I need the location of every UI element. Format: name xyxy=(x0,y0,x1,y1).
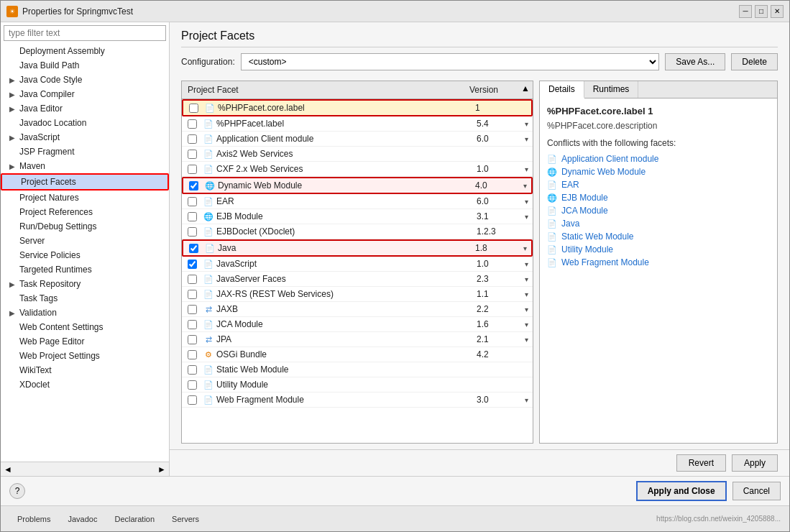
filter-input[interactable] xyxy=(4,25,166,41)
scroll-up-btn[interactable]: ▲ xyxy=(521,83,533,96)
facet-checkbox[interactable] xyxy=(189,104,198,113)
sidebar-item-validation[interactable]: ▶ Validation xyxy=(1,306,169,320)
sidebar-label: Task Tags xyxy=(19,293,58,303)
facet-checkbox[interactable] xyxy=(188,165,197,174)
facet-checkbox[interactable] xyxy=(188,320,197,329)
sidebar-item-jsp-fragment[interactable]: JSP Fragment xyxy=(1,145,169,159)
facet-checkbox-wrapper xyxy=(183,104,203,113)
sidebar-item-web-page-editor[interactable]: Web Page Editor xyxy=(1,334,169,349)
tab-details[interactable]: Details xyxy=(540,81,584,98)
facets-body[interactable]: 📄 %PHPFacet.core.label 1 📄 %PHPFacet.lab xyxy=(182,99,533,443)
facet-dropdown[interactable]: ▾ xyxy=(520,306,533,313)
facet-checkbox[interactable] xyxy=(189,181,198,191)
facet-checkbox[interactable] xyxy=(188,380,197,390)
sidebar-item-task-repository[interactable]: ▶ Task Repository xyxy=(1,277,169,291)
facet-dropdown[interactable]: ▾ xyxy=(520,290,533,298)
facet-dropdown[interactable]: ▾ xyxy=(518,244,531,252)
facet-checkbox[interactable] xyxy=(188,350,197,359)
sidebar-item-xdoclet[interactable]: XDoclet xyxy=(1,377,169,392)
facet-checkbox[interactable] xyxy=(188,150,197,159)
facet-name: JavaScript xyxy=(215,259,477,269)
table-row: ⇄ JPA 2.1 ▾ xyxy=(182,332,533,347)
facet-checkbox[interactable] xyxy=(188,197,197,206)
facet-dropdown[interactable]: ▾ xyxy=(520,260,533,268)
facet-checkbox[interactable] xyxy=(188,305,197,314)
sidebar-item-project-facets[interactable]: Project Facets xyxy=(1,173,169,191)
facet-checkbox[interactable] xyxy=(188,365,197,375)
facet-checkbox[interactable] xyxy=(188,260,197,269)
facet-checkbox[interactable] xyxy=(188,335,197,344)
doc-icon: 📄 xyxy=(202,196,215,207)
facet-dropdown[interactable]: ▾ xyxy=(520,213,533,221)
facet-dropdown[interactable]: ▾ xyxy=(520,321,533,329)
delete-button[interactable]: Delete xyxy=(731,53,778,70)
sidebar-item-deployment-assembly[interactable]: Deployment Assembly xyxy=(1,44,169,58)
sidebar-item-java-compiler[interactable]: ▶ Java Compiler xyxy=(1,87,169,101)
config-select[interactable]: <custom> xyxy=(241,53,660,70)
sidebar-item-web-project-settings[interactable]: Web Project Settings xyxy=(1,349,169,363)
facet-checkbox[interactable] xyxy=(188,134,197,144)
sidebar-item-java-build-path[interactable]: Java Build Path xyxy=(1,58,169,73)
sidebar-scroll-left[interactable]: ◄ xyxy=(4,464,12,474)
sidebar-item-java-editor[interactable]: ▶ Java Editor xyxy=(1,101,169,116)
sidebar-label: Project References xyxy=(19,207,93,217)
web-icon: 🌐 xyxy=(547,168,557,177)
table-row: 📄 JavaServer Faces 2.3 ▾ xyxy=(182,272,533,287)
table-row: 📄 JavaScript 1.0 ▾ xyxy=(182,257,533,272)
tab-runtimes[interactable]: Runtimes xyxy=(584,81,639,98)
facet-checkbox[interactable] xyxy=(188,395,197,405)
facet-dropdown[interactable]: ▾ xyxy=(520,165,533,173)
footer-tab-problems[interactable]: Problems xyxy=(9,512,58,526)
sidebar-item-task-tags[interactable]: Task Tags xyxy=(1,291,169,306)
sidebar-item-server[interactable]: Server xyxy=(1,234,169,248)
facet-dropdown[interactable]: ▾ xyxy=(520,120,533,128)
facet-checkbox[interactable] xyxy=(189,244,198,253)
sidebar-item-run-debug-settings[interactable]: Run/Debug Settings xyxy=(1,219,169,234)
save-as-button[interactable]: Save As... xyxy=(665,53,725,70)
facet-dropdown[interactable]: ▾ xyxy=(520,135,533,143)
facet-checkbox[interactable] xyxy=(188,227,197,237)
sidebar-item-project-natures[interactable]: Project Natures xyxy=(1,191,169,205)
sidebar-item-javascript[interactable]: ▶ JavaScript xyxy=(1,130,169,145)
sidebar-label: Task Repository xyxy=(19,279,81,289)
footer-tab-declaration[interactable]: Declaration xyxy=(106,512,162,526)
sidebar-label: WikiText xyxy=(19,365,52,375)
facet-checkbox[interactable] xyxy=(188,119,197,129)
apply-button[interactable]: Apply xyxy=(732,454,778,472)
sidebar-item-project-references[interactable]: Project References xyxy=(1,205,169,219)
facet-dropdown[interactable]: ▾ xyxy=(520,396,533,404)
sidebar-item-java-code-style[interactable]: ▶ Java Code Style xyxy=(1,73,169,87)
sidebar-item-web-content-settings[interactable]: Web Content Settings xyxy=(1,320,169,334)
facet-dropdown[interactable]: ▾ xyxy=(520,198,533,206)
action-row: Revert Apply xyxy=(170,449,789,476)
sidebar-scroll-right[interactable]: ► xyxy=(157,464,166,474)
sidebar-item-maven[interactable]: ▶ Maven xyxy=(1,159,169,173)
sidebar-item-service-policies[interactable]: Service Policies xyxy=(1,248,169,262)
conflict-item: 📄 Utility Module xyxy=(547,243,770,256)
close-button[interactable]: ✕ xyxy=(771,5,784,18)
table-row: 📄 Axis2 Web Services xyxy=(182,147,533,162)
facet-checkbox[interactable] xyxy=(188,290,197,299)
facet-dropdown[interactable]: ▾ xyxy=(520,275,533,283)
help-button[interactable]: ? xyxy=(9,483,25,499)
minimize-button[interactable]: ─ xyxy=(739,5,752,18)
facet-checkbox-wrapper xyxy=(182,197,202,206)
facet-checkbox[interactable] xyxy=(188,212,197,221)
revert-button[interactable]: Revert xyxy=(676,454,726,472)
cancel-button[interactable]: Cancel xyxy=(732,482,781,500)
sidebar-item-wikitext[interactable]: WikiText xyxy=(1,363,169,377)
facet-dropdown[interactable]: ▾ xyxy=(518,182,531,190)
apply-close-button[interactable]: Apply and Close xyxy=(636,481,727,501)
sidebar-label: Server xyxy=(19,236,45,246)
footer-tab-javadoc[interactable]: Javadoc xyxy=(60,512,105,526)
footer-tab-servers[interactable]: Servers xyxy=(164,512,207,526)
facet-dropdown[interactable]: ▾ xyxy=(520,336,533,344)
maximize-button[interactable]: □ xyxy=(755,5,768,18)
sidebar-item-targeted-runtimes[interactable]: Targeted Runtimes xyxy=(1,262,169,277)
facet-checkbox[interactable] xyxy=(188,275,197,284)
doc-icon: 📄 xyxy=(202,394,215,405)
sidebar-item-javadoc-location[interactable]: Javadoc Location xyxy=(1,116,169,130)
facet-name: JCA Module xyxy=(215,319,477,329)
doc-icon: 📄 xyxy=(547,219,557,229)
doc-icon: 📄 xyxy=(202,148,215,160)
